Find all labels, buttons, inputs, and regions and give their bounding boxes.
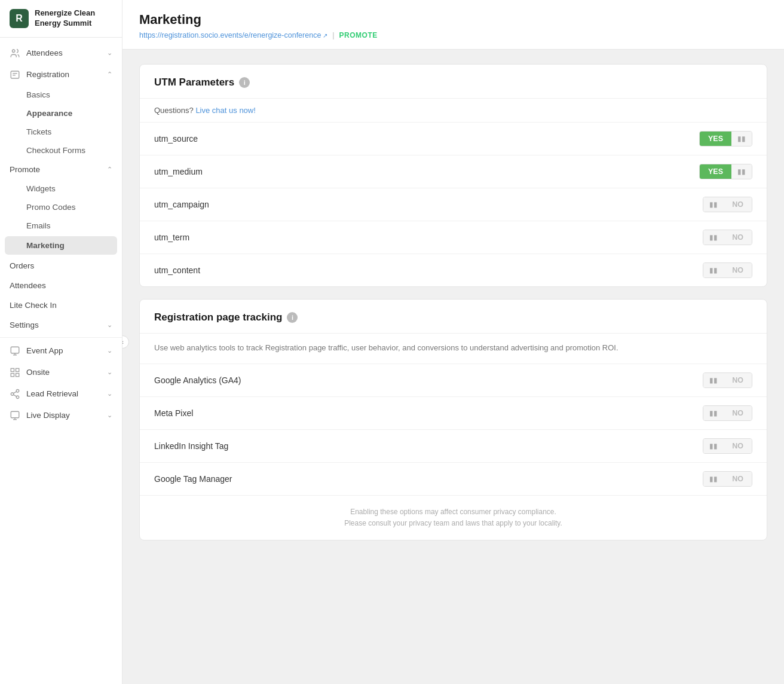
utm-content-toggle[interactable]: ▮▮ NO: [703, 262, 752, 278]
utm-card-title: UTM Parameters: [154, 77, 234, 88]
promote-sub: Widgets Promo Codes Emails Marketing: [0, 179, 122, 255]
google-analytics-row: Google Analytics (GA4) ▮▮ NO: [140, 364, 767, 397]
event-app-icon: [10, 346, 20, 356]
sidebar-item-settings[interactable]: Settings ⌄: [0, 315, 122, 335]
linkedin-insight-no-btn[interactable]: NO: [724, 439, 752, 453]
utm-content-row: utm_content ▮▮ NO: [140, 254, 767, 286]
svg-line-15: [13, 392, 16, 393]
google-tag-manager-no-btn[interactable]: NO: [724, 472, 752, 486]
lead-retrieval-chevron: ⌄: [107, 390, 112, 398]
sidebar-item-onsite-label: Onsite: [26, 368, 50, 377]
questions-bar: Questions? Live chat us now!: [140, 99, 767, 123]
live-chat-link[interactable]: Live chat us now!: [195, 106, 255, 115]
meta-pixel-toggle[interactable]: ▮▮ NO: [703, 405, 752, 421]
sidebar-item-registration[interactable]: Registration ⌃: [0, 64, 122, 86]
sidebar-item-promote-label: Promote: [10, 165, 40, 174]
sidebar-item-lead-retrieval-label: Lead Retrieval: [26, 389, 78, 398]
sidebar-item-promo-codes[interactable]: Promo Codes: [0, 198, 122, 216]
registration-sub: Basics Appearance Tickets Checkout Forms: [0, 86, 122, 160]
attendees-chevron: ⌄: [107, 49, 112, 57]
utm-card-header: UTM Parameters i: [140, 65, 767, 99]
tracking-info-icon[interactable]: i: [287, 312, 298, 323]
google-tag-manager-icon-btn[interactable]: ▮▮: [703, 472, 724, 486]
settings-chevron: ⌄: [107, 321, 112, 329]
utm-parameters-card: UTM Parameters i Questions? Live chat us…: [139, 64, 767, 287]
questions-label: Questions?: [154, 106, 194, 115]
utm-source-toggle[interactable]: YES ▮▮: [699, 131, 752, 146]
svg-rect-4: [11, 347, 19, 353]
utm-source-icon-btn[interactable]: ▮▮: [731, 132, 752, 146]
sidebar-item-live-display[interactable]: Live Display ⌄: [0, 405, 122, 426]
link-text: https://registration.socio.events/e/rene…: [139, 31, 321, 39]
nav-divider: [0, 337, 122, 338]
meta-pixel-label: Meta Pixel: [154, 408, 193, 418]
google-tag-manager-label: Google Tag Manager: [154, 474, 232, 484]
tracking-description: Use web analytics tools to track Registr…: [140, 334, 767, 364]
sidebar-item-onsite[interactable]: Onsite ⌄: [0, 362, 122, 383]
utm-campaign-label: utm_campaign: [154, 200, 209, 209]
sidebar-item-event-app-label: Event App: [26, 346, 63, 355]
live-display-icon: [10, 410, 20, 421]
utm-medium-label: utm_medium: [154, 167, 203, 176]
sidebar-item-attendees-label: Attendees: [26, 48, 63, 57]
sidebar-header: R Renergize Clean Energy Summit: [0, 0, 122, 38]
svg-rect-16: [11, 411, 19, 418]
sidebar-item-attendees2[interactable]: Attendees: [0, 276, 122, 295]
utm-medium-toggle[interactable]: YES ▮▮: [699, 164, 752, 179]
google-analytics-label: Google Analytics (GA4): [154, 375, 241, 385]
utm-term-icon-btn[interactable]: ▮▮: [703, 230, 724, 245]
registration-link[interactable]: https://registration.socio.events/e/rene…: [139, 31, 327, 39]
sidebar-item-lead-retrieval[interactable]: Lead Retrieval ⌄: [0, 383, 122, 405]
meta-pixel-no-btn[interactable]: NO: [724, 406, 752, 420]
linkedin-insight-icon-btn[interactable]: ▮▮: [703, 439, 724, 453]
sidebar-item-attendees[interactable]: Attendees ⌄: [0, 42, 122, 64]
utm-content-icon-btn[interactable]: ▮▮: [703, 263, 724, 277]
sidebar-item-checkout-forms[interactable]: Checkout Forms: [0, 141, 122, 160]
google-analytics-toggle[interactable]: ▮▮ NO: [703, 372, 752, 388]
sidebar-item-attendees2-label: Attendees: [10, 281, 46, 290]
sidebar-item-tickets[interactable]: Tickets: [0, 123, 122, 141]
live-display-chevron: ⌄: [107, 411, 112, 419]
utm-medium-icon-btn[interactable]: ▮▮: [731, 164, 752, 179]
onsite-icon: [10, 367, 20, 378]
sidebar-item-promote[interactable]: Promote ⌃: [0, 160, 122, 179]
meta-pixel-row: Meta Pixel ▮▮ NO: [140, 397, 767, 430]
utm-campaign-icon-btn[interactable]: ▮▮: [703, 197, 724, 212]
org-name: Renergize Clean Energy Summit: [35, 8, 112, 29]
org-logo: R: [10, 9, 29, 28]
google-analytics-icon-btn[interactable]: ▮▮: [703, 373, 724, 387]
page-header: Marketing https://registration.socio.eve…: [122, 0, 784, 50]
sidebar-item-widgets[interactable]: Widgets: [0, 179, 122, 198]
utm-source-yes-btn[interactable]: YES: [700, 132, 731, 146]
sidebar-item-orders[interactable]: Orders: [0, 256, 122, 276]
promote-badge[interactable]: PROMOTE: [339, 31, 378, 39]
linkedin-insight-toggle[interactable]: ▮▮ NO: [703, 438, 752, 454]
utm-medium-yes-btn[interactable]: YES: [700, 164, 731, 179]
people-icon: [10, 48, 20, 59]
utm-content-label: utm_content: [154, 265, 200, 275]
sidebar-item-marketing[interactable]: Marketing: [5, 236, 117, 255]
sidebar-item-basics[interactable]: Basics: [0, 86, 122, 104]
utm-info-icon[interactable]: i: [239, 77, 250, 88]
utm-term-label: utm_term: [154, 233, 189, 242]
utm-campaign-toggle[interactable]: ▮▮ NO: [703, 197, 752, 212]
google-tag-manager-toggle[interactable]: ▮▮ NO: [703, 471, 752, 487]
sidebar-item-appearance[interactable]: Appearance: [0, 104, 122, 123]
utm-term-no-btn[interactable]: NO: [724, 230, 752, 245]
utm-campaign-no-btn[interactable]: NO: [724, 197, 752, 212]
utm-source-row: utm_source YES ▮▮: [140, 123, 767, 155]
utm-term-toggle[interactable]: ▮▮ NO: [703, 230, 752, 245]
sidebar-item-event-app[interactable]: Event App ⌄: [0, 340, 122, 362]
svg-rect-8: [16, 368, 19, 371]
svg-point-13: [16, 396, 19, 399]
sidebar-item-emails[interactable]: Emails: [0, 216, 122, 235]
sidebar-item-orders-label: Orders: [10, 261, 34, 270]
google-analytics-no-btn[interactable]: NO: [724, 373, 752, 387]
sidebar-item-lite-check-in[interactable]: Lite Check In: [0, 295, 122, 315]
svg-point-11: [16, 389, 19, 392]
promote-chevron: ⌃: [107, 166, 112, 173]
sidebar-nav: Attendees ⌄ Registration ⌃ Basics Appear…: [0, 38, 122, 684]
utm-term-row: utm_term ▮▮ NO: [140, 221, 767, 254]
utm-content-no-btn[interactable]: NO: [724, 263, 752, 277]
meta-pixel-icon-btn[interactable]: ▮▮: [703, 406, 724, 420]
